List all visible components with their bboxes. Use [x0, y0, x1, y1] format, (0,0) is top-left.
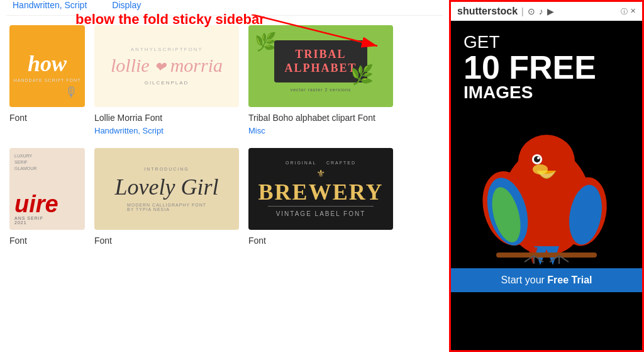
ad-info-icon[interactable]: ⓘ: [621, 7, 628, 16]
ad-footer-text: Start your Free Trial: [501, 275, 592, 285]
camera-icon: ⊙: [528, 6, 535, 16]
font-title-brewery: Font: [248, 235, 393, 246]
shutterstock-logo: shutterstock: [457, 6, 518, 17]
font-category-tribal[interactable]: Misc: [248, 126, 393, 135]
ad-free-text: 10 FREE: [464, 51, 630, 84]
font-title-show: Font: [9, 112, 85, 123]
ad-get-text: GET: [464, 33, 630, 51]
font-title-lovely: Font: [94, 235, 239, 246]
nav-handwritten[interactable]: Handwritten, Script: [13, 0, 87, 10]
ad-body: GET 10 FREE IMAGES: [451, 21, 642, 111]
ad-close-button[interactable]: ✕: [630, 7, 636, 16]
font-category-lollie[interactable]: Handwritten, Script: [94, 126, 239, 135]
music-icon: ♪: [539, 6, 543, 16]
ad-separator: |: [521, 6, 524, 16]
font-card-brewery[interactable]: ORIGINAL CRAFTED ⚜ BREWERY VINTAGE LABEL…: [248, 148, 393, 249]
font-card-tribal[interactable]: 🌿 TRIBALALPHABET 🌿 vector raster 2 versi…: [248, 25, 393, 135]
ad-images-text: IMAGES: [464, 84, 630, 101]
top-navigation: Handwritten, Script Display: [6, 0, 443, 16]
font-card-squire[interactable]: LUXURYSERIFGLAMOUR uire ANS SERIF2021 Fo…: [9, 148, 85, 249]
ad-icons: ⊙ ♪ ▶: [528, 6, 554, 16]
ad-header: shutterstock | ⊙ ♪ ▶ ⓘ ✕: [451, 2, 642, 21]
font-card-lollie[interactable]: ANTHYLSCRIPTFONT lollie ❤ morria GILCENP…: [94, 25, 239, 135]
main-content: Handwritten, Script Display below the fo…: [0, 0, 449, 352]
svg-point-12: [537, 157, 540, 159]
video-icon: ▶: [547, 6, 554, 16]
ad-footer[interactable]: Start your Free Trial: [451, 268, 642, 292]
ad-close-controls[interactable]: ⓘ ✕: [621, 7, 636, 16]
svg-point-9: [518, 135, 575, 188]
font-card-show[interactable]: how HANDDATE SCRIPT FONT 🎙 Font: [9, 25, 85, 135]
font-title-squire: Font: [9, 235, 85, 246]
parrot-svg: [458, 114, 635, 265]
svg-point-13: [533, 164, 548, 174]
svg-rect-14: [496, 253, 597, 258]
font-title-lollie: Lollie Morria Font: [94, 112, 239, 123]
font-grid: how HANDDATE SCRIPT FONT 🎙 Font ANTHYLSC…: [6, 25, 443, 249]
sidebar-advertisement: shutterstock | ⊙ ♪ ▶ ⓘ ✕ GET 10 FREE IMA…: [449, 0, 644, 352]
svg-point-11: [534, 156, 540, 162]
ad-parrot-image: [451, 111, 642, 268]
font-card-lovely[interactable]: INTRODUCING Lovely Girl MODERN CALLIGRAP…: [94, 148, 239, 249]
nav-display[interactable]: Display: [112, 0, 141, 10]
font-title-tribal: Tribal Boho alphabet clipart Font: [248, 112, 393, 123]
